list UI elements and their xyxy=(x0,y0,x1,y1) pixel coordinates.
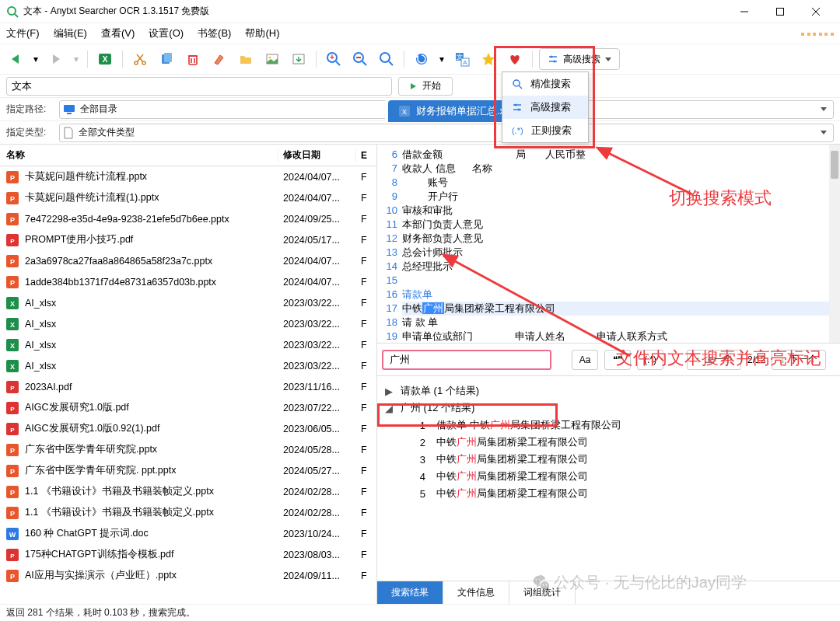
nav-back-dd[interactable]: ▾ xyxy=(31,48,40,70)
translate-icon[interactable]: 文A xyxy=(451,48,473,70)
minimize-button[interactable] xyxy=(726,0,762,23)
refresh-dd[interactable]: ▾ xyxy=(437,48,446,70)
export-icon[interactable] xyxy=(288,48,310,70)
copy-icon[interactable] xyxy=(156,48,177,70)
table-row[interactable]: P1.1 《书籍设计》书籍及书籍装帧定义.pptx2024/02/28...F xyxy=(0,481,376,502)
table-row[interactable]: P175种CHATGPT训练指令模板.pdf2023/08/03...F xyxy=(0,544,376,565)
table-row[interactable]: P卡莫妮问题件统计流程.pptx2024/04/07...F xyxy=(0,166,376,187)
menu-edit[interactable]: 编辑(E) xyxy=(54,26,87,40)
menu-help[interactable]: 帮助(H) xyxy=(245,26,279,40)
table-row[interactable]: XAI_xlsx2023/03/22...F xyxy=(0,355,376,376)
svg-text:X: X xyxy=(10,342,15,350)
nav-fwd-button[interactable] xyxy=(45,48,67,70)
tree-result-row[interactable]: 5中铁广州局集团桥梁工程有限公司 xyxy=(416,485,840,502)
table-row[interactable]: P卡莫妮问题件统计流程(1).pptx2024/04/07...F xyxy=(0,187,376,208)
table-row[interactable]: PAIGC发展研究1.0版.pdf2023/07/22...F xyxy=(0,397,376,418)
image-icon[interactable] xyxy=(261,48,283,70)
table-row[interactable]: P2a3a6978ca27faa8a864865a58f23a7c.pptx20… xyxy=(0,250,376,271)
table-row[interactable]: PAIGC发展研究1.0版0.92(1).pdf2023/06/05...F xyxy=(0,418,376,439)
search-input[interactable] xyxy=(6,77,392,96)
table-row[interactable]: P2023AI.pdf2023/11/16...F xyxy=(0,376,376,397)
search-icon[interactable] xyxy=(376,48,397,70)
delete-icon[interactable] xyxy=(182,48,204,70)
toolbar: ▾ ▾ X + ▾ 文A 高级搜索 xyxy=(0,44,840,75)
file-date: 2024/05/17... xyxy=(278,235,356,246)
zoom-out-icon[interactable] xyxy=(349,48,371,70)
col-date[interactable]: 修改日期 xyxy=(278,148,356,162)
heart-icon[interactable] xyxy=(504,48,526,70)
tree-result-row[interactable]: 1借款单 中铁广州局集团桥梁工程有限公司 xyxy=(416,417,840,434)
col-ext[interactable]: E xyxy=(356,150,376,161)
table-row[interactable]: P广东省中医学青年研究院.pptx2024/05/28...F xyxy=(0,439,376,460)
menu-view[interactable]: 查看(V) xyxy=(101,26,135,40)
tree-result-row[interactable]: 3中铁广州局集团桥梁工程有限公司 xyxy=(416,451,840,468)
table-row[interactable]: XAI_xlsx2023/03/22...F xyxy=(0,334,376,355)
tree-node[interactable]: ◢广州 (12 个结果) xyxy=(385,399,840,417)
tab-file-info[interactable]: 文件信息 xyxy=(443,581,509,604)
svg-point-21 xyxy=(269,57,271,59)
file-type-icon: X xyxy=(5,318,20,330)
table-row[interactable]: PPROMPT使用小技巧.pdf2024/05/17...F xyxy=(0,229,376,250)
menu-settings[interactable]: 设置(O) xyxy=(149,26,184,40)
menu-bookmark[interactable]: 书签(B) xyxy=(198,26,231,40)
file-type-icon: P xyxy=(5,444,20,456)
table-row[interactable]: XAI_xlsx2023/03/22...F xyxy=(0,292,376,313)
svg-text:W: W xyxy=(9,531,16,539)
nav-fwd-dd[interactable]: ▾ xyxy=(72,48,81,70)
zoom-in-icon[interactable]: + xyxy=(323,48,345,70)
svg-point-41 xyxy=(554,61,556,63)
tab-search-results[interactable]: 搜索结果 xyxy=(377,581,443,604)
menu-advanced[interactable]: 高级搜索 xyxy=(502,96,588,119)
type-combo[interactable]: 全部文件类型 xyxy=(59,124,834,142)
folder-icon[interactable] xyxy=(235,48,257,70)
menu-file[interactable]: 文件(F) xyxy=(6,26,40,40)
file-name: 160 种 ChatGPT 提示词.doc xyxy=(25,527,278,540)
table-row[interactable]: P广东省中医学青年研究院. ppt.pptx2024/05/27...F xyxy=(0,460,376,481)
table-row[interactable]: P1.1 《书籍设计》书籍及书籍装帧定义.pptx2024/02/28...F xyxy=(0,502,376,523)
svg-line-1 xyxy=(15,14,18,17)
preview-pane: X 财务报销单据汇总.xls 6789101112131415161718192… xyxy=(377,145,840,604)
scrollbar[interactable] xyxy=(829,145,840,343)
file-list-pane: 名称 修改日期 E P卡莫妮问题件统计流程.pptx2024/04/07...F… xyxy=(0,145,377,604)
start-button[interactable]: 开始 xyxy=(398,77,453,96)
svg-text:P: P xyxy=(10,510,15,518)
menu-precise[interactable]: 精准搜索 xyxy=(502,72,588,96)
excel-icon[interactable]: X xyxy=(94,48,116,70)
col-name[interactable]: 名称 xyxy=(0,148,278,162)
file-name: 卡莫妮问题件统计流程.pptx xyxy=(25,170,278,183)
svg-marker-37 xyxy=(482,53,495,65)
table-row[interactable]: XAI_xlsx2023/03/22...F xyxy=(0,313,376,334)
tree-result-row[interactable]: 4中铁广州局集团桥梁工程有限公司 xyxy=(416,468,840,485)
tree-node[interactable]: ▶请款单 (1 个结果) xyxy=(385,382,840,399)
maximize-button[interactable] xyxy=(762,0,798,23)
svg-point-39 xyxy=(551,56,553,58)
table-row[interactable]: W160 种 ChatGPT 提示词.doc2023/10/24...F xyxy=(0,523,376,544)
close-button[interactable] xyxy=(798,0,834,23)
app-icon xyxy=(6,5,19,18)
table-row[interactable]: P7e472298-e35d-4e9a-9238-21efe5d7b6ee.pp… xyxy=(0,208,376,229)
regex-toggle[interactable]: (.*) xyxy=(637,350,663,370)
nav-back-button[interactable] xyxy=(5,48,26,70)
cut-icon[interactable] xyxy=(129,48,151,70)
refresh-icon[interactable] xyxy=(411,48,432,70)
table-row[interactable]: P1adde384bb1371f7d4e8731a6357d03b.pptx20… xyxy=(0,271,376,292)
star-icon[interactable] xyxy=(478,48,499,70)
file-ext: F xyxy=(356,403,376,413)
tab-word-stats[interactable]: 词组统计 xyxy=(509,581,576,604)
overflow-dots[interactable] xyxy=(801,26,834,38)
prev-match-button[interactable]: ↑上一个 xyxy=(687,350,741,370)
case-toggle[interactable]: Aa xyxy=(572,350,598,370)
next-match-button[interactable]: ↓下一个 xyxy=(772,350,826,370)
table-row[interactable]: PAI应用与实操演示（卢业旺）.pptx2024/09/11...F xyxy=(0,565,376,586)
advanced-search-button[interactable]: 高级搜索 xyxy=(539,48,620,70)
quote-toggle[interactable]: ❝❞ xyxy=(604,350,631,370)
menu-regex[interactable]: (.*)正则搜索 xyxy=(502,119,588,142)
highlight-icon[interactable] xyxy=(208,48,230,70)
svg-text:P: P xyxy=(10,468,15,476)
settings-icon xyxy=(548,54,558,65)
table-header: 名称 修改日期 E xyxy=(0,145,376,166)
tree-result-row[interactable]: 2中铁广州局集团桥梁工程有限公司 xyxy=(416,434,840,451)
svg-rect-43 xyxy=(64,105,75,112)
inner-search-input[interactable] xyxy=(382,350,551,370)
file-type-icon: P xyxy=(5,234,20,246)
